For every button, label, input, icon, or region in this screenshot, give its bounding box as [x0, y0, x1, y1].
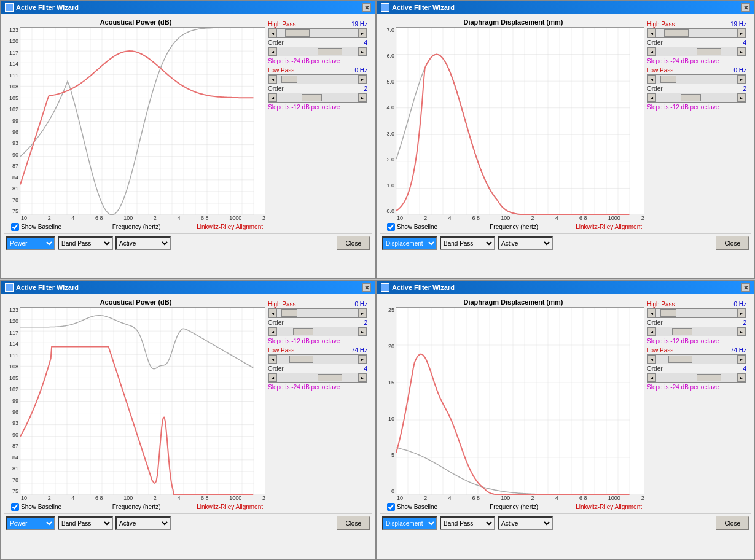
order-hp-scrollbar-tl[interactable]: ◄ ►: [268, 47, 367, 56]
lp-scrollbar-tr[interactable]: ◄ ►: [647, 74, 746, 84]
lp-left-br[interactable]: ◄: [647, 355, 656, 364]
close-btn-br[interactable]: Close: [716, 516, 749, 530]
close-icon-tl[interactable]: ✕: [362, 3, 371, 12]
order-value-lp-br: 4: [743, 365, 746, 372]
lp-right-bl[interactable]: ►: [358, 355, 367, 364]
order-hp-right-br[interactable]: ►: [737, 327, 746, 336]
dropdown3-tl[interactable]: Active: [115, 236, 171, 250]
order-lp-right-br[interactable]: ►: [737, 373, 746, 382]
slope-hp-tr: Slope is -24 dB per octave: [647, 58, 746, 64]
order-lp-right-tr[interactable]: ►: [737, 93, 746, 102]
show-baseline-cb-tl[interactable]: [11, 223, 19, 231]
title-bar-top-right[interactable]: Active Filter Wizard ✕: [377, 1, 754, 14]
hp-scrollbar-br[interactable]: ◄ ►: [647, 308, 746, 318]
dropdown2-br[interactable]: Band Pass: [440, 516, 495, 530]
dropdown1-tr[interactable]: Displacement: [382, 236, 437, 250]
hp-scrollbar-bl[interactable]: ◄ ►: [268, 308, 367, 318]
order-hp-right-tr[interactable]: ►: [737, 47, 746, 56]
dropdown3-br[interactable]: Active: [498, 516, 553, 530]
order-lp-scrollbar-tl[interactable]: ◄ ►: [268, 93, 367, 103]
hp-left-bl[interactable]: ◄: [268, 309, 277, 317]
order-hp-left-tl[interactable]: ◄: [268, 47, 277, 56]
lp-right-br[interactable]: ►: [737, 355, 746, 364]
order-hp-right-bl[interactable]: ►: [358, 327, 367, 336]
show-baseline-cb-bl[interactable]: [11, 503, 19, 511]
order-lp-left-br[interactable]: ◄: [647, 373, 656, 382]
linkwitz-br[interactable]: Linkwitz-Riley Alignment: [576, 504, 642, 510]
lp-left-bl[interactable]: ◄: [268, 355, 277, 364]
close-icon-bl[interactable]: ✕: [362, 283, 371, 292]
lp-right-tr[interactable]: ►: [737, 75, 746, 84]
hp-left-tr[interactable]: ◄: [647, 29, 656, 37]
close-icon-tr[interactable]: ✕: [741, 3, 750, 12]
hp-value-tr: 19 Hz: [730, 21, 746, 28]
title-bar-bot-left[interactable]: Active Filter Wizard ✕: [1, 281, 375, 294]
hp-scrollbar-tl[interactable]: ◄ ►: [268, 28, 367, 38]
hp-scrollbar-tr[interactable]: ◄ ►: [647, 28, 746, 38]
lp-value-br: 74 Hz: [730, 347, 746, 354]
dropdown2-tr[interactable]: Band Pass: [440, 236, 495, 250]
lp-left-tl[interactable]: ◄: [268, 75, 277, 84]
order-lp-scrollbar-bl[interactable]: ◄ ►: [268, 373, 367, 383]
bottom-controls-br: Displacement Band Pass Active Close: [380, 513, 751, 532]
lp-left-tr[interactable]: ◄: [647, 75, 656, 84]
title-bar-top-left[interactable]: Active Filter Wizard ✕: [1, 1, 375, 14]
order-hp-left-bl[interactable]: ◄: [268, 327, 277, 336]
hp-scroll-right-tl[interactable]: ►: [358, 29, 367, 37]
power-chart-bl: Acoustical Power (dB) 123120117114111108…: [6, 298, 265, 511]
app-icon-tl: [5, 3, 14, 12]
linkwitz-tl[interactable]: Linkwitz-Riley Alignment: [197, 224, 263, 230]
window-title-br: Active Filter Wizard: [392, 284, 455, 291]
dropdown3-tr[interactable]: Active: [498, 236, 553, 250]
hp-left-br[interactable]: ◄: [647, 309, 656, 317]
y-axis-tr: 7.06.05.04.03.02.01.00.0: [382, 27, 396, 214]
chart-title-br: Diaphragm Displacement (mm): [382, 298, 644, 306]
dropdown1-tl[interactable]: Power: [6, 236, 55, 250]
plot-area-tr: [396, 27, 644, 214]
title-bar-bot-right[interactable]: Active Filter Wizard ✕: [377, 281, 754, 294]
lp-right-tl[interactable]: ►: [358, 75, 367, 84]
show-baseline-cb-br[interactable]: [387, 503, 395, 511]
lp-label-br: Low Pass: [647, 347, 673, 354]
app-icon-br: [381, 283, 389, 292]
lp-scrollbar-bl[interactable]: ◄ ►: [268, 354, 367, 364]
order-lp-left-bl[interactable]: ◄: [268, 373, 277, 382]
hp-right-br[interactable]: ►: [737, 309, 746, 317]
order-lp-right-tl[interactable]: ►: [358, 93, 367, 102]
dropdown1-br[interactable]: Displacement: [382, 516, 437, 530]
order-lp-left-tl[interactable]: ◄: [268, 93, 277, 102]
lp-scrollbar-br[interactable]: ◄ ►: [647, 354, 746, 364]
show-baseline-label-bl: Show Baseline: [21, 504, 61, 510]
show-baseline-cb-tr[interactable]: [387, 223, 395, 231]
close-btn-tl[interactable]: Close: [337, 236, 370, 250]
close-btn-tr[interactable]: Close: [716, 236, 749, 250]
close-icon-br[interactable]: ✕: [741, 283, 750, 292]
linkwitz-tr[interactable]: Linkwitz-Riley Alignment: [576, 224, 642, 230]
order-lp-scrollbar-tr[interactable]: ◄ ►: [647, 93, 746, 103]
hp-scroll-left-tl[interactable]: ◄: [268, 29, 277, 37]
order-hp-left-br[interactable]: ◄: [647, 327, 656, 336]
hp-right-bl[interactable]: ►: [358, 309, 367, 317]
dropdown2-bl[interactable]: Band Pass: [58, 516, 113, 530]
x-axis-br: 10246 8100246 810002: [397, 494, 644, 502]
order-lp-left-tr[interactable]: ◄: [647, 93, 656, 102]
hp-value-br: 0 Hz: [733, 301, 746, 308]
lp-scrollbar-tl[interactable]: ◄ ►: [268, 74, 367, 84]
x-axis-tr: 10246 8100246 810002: [397, 214, 644, 222]
order-lp-right-bl[interactable]: ►: [358, 373, 367, 382]
order-hp-left-tr[interactable]: ◄: [647, 47, 656, 56]
disp-chart-tr: Diaphragm Displacement (mm) 7.06.05.04.0…: [382, 18, 644, 231]
power-chart-tl: Acoustical Power (dB) 123120117114111108…: [6, 18, 265, 231]
linkwitz-bl[interactable]: Linkwitz-Riley Alignment: [197, 504, 263, 510]
plot-area-br: [396, 307, 644, 494]
close-btn-bl[interactable]: Close: [337, 516, 370, 530]
order-hp-scrollbar-br[interactable]: ◄ ►: [647, 327, 746, 336]
hp-right-tr[interactable]: ►: [737, 29, 746, 37]
dropdown1-bl[interactable]: Power: [6, 516, 55, 530]
order-lp-scrollbar-br[interactable]: ◄ ►: [647, 373, 746, 383]
dropdown2-tl[interactable]: Band Pass: [58, 236, 113, 250]
order-hp-right-tl[interactable]: ►: [358, 47, 367, 56]
order-hp-scrollbar-bl[interactable]: ◄ ►: [268, 327, 367, 336]
order-hp-scrollbar-tr[interactable]: ◄ ►: [647, 47, 746, 56]
dropdown3-bl[interactable]: Active: [115, 516, 171, 530]
